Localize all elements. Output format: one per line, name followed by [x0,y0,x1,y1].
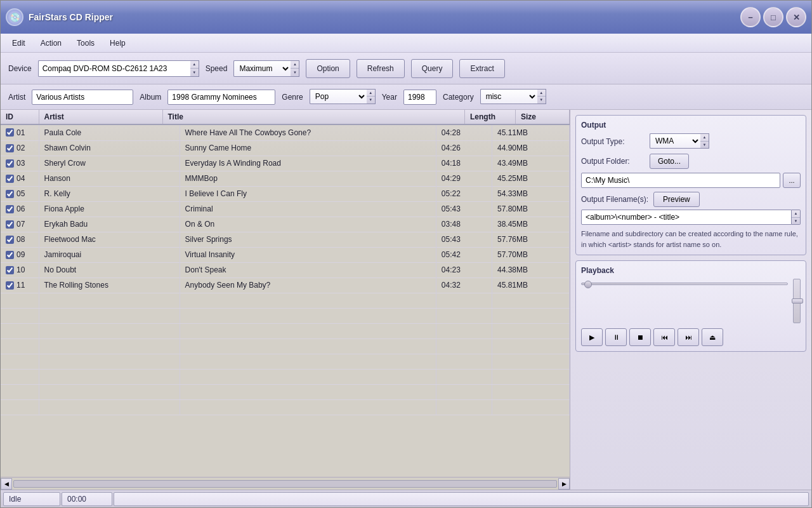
scroll-right-btn[interactable]: ▶ [558,478,570,490]
filename-up[interactable]: ▲ [792,210,800,218]
year-label: Year [382,93,397,102]
next-button[interactable]: ⏭ [678,328,699,346]
track-number: 09 [16,250,25,259]
empty-cell [492,384,570,399]
menu-help[interactable]: Help [103,37,132,50]
option-button[interactable]: Option [306,59,350,78]
table-row: 04HansonMMMBop04:2945.25MB [1,171,570,186]
col-artist: Artist [39,110,162,124]
device-spin-down[interactable]: ▼ [190,69,199,76]
scroll-track[interactable] [13,480,557,488]
folder-path-input[interactable] [581,173,780,188]
device-spin-up[interactable]: ▲ [190,61,199,69]
track-checkbox[interactable] [6,175,14,183]
track-artist: Fleetwood Mac [39,232,180,247]
output-type-select[interactable]: WMA MP3 WAV OGG [650,133,700,149]
genre-select[interactable]: Pop Rock Jazz [310,89,367,104]
pause-button[interactable]: ⏸ [605,328,627,346]
close-button[interactable]: ✕ [786,7,806,27]
scroll-left-btn[interactable]: ◀ [1,478,12,490]
track-id-cell: 11 [1,277,39,293]
artist-input[interactable] [32,90,133,105]
app-title: FairStars CD Ripper [29,12,735,22]
table-row: 11The Rolling StonesAnybody Seen My Baby… [1,277,570,293]
menu-action[interactable]: Action [34,37,68,50]
output-type-wrap: WMA MP3 WAV OGG ▲ ▼ [650,133,709,150]
track-length: 05:43 [436,232,492,247]
menu-edit[interactable]: Edit [6,37,32,50]
query-button[interactable]: Query [411,59,454,78]
filename-info-text: Filename and subdirectory can be created… [581,229,801,250]
table-row: 08Fleetwood MacSilver Springs05:4357.76M… [1,232,570,247]
track-number: 04 [16,174,25,183]
horizontal-scrollbar: ◀ ▶ [1,477,570,490]
year-input[interactable] [403,90,436,105]
eject-button[interactable]: ⏏ [702,328,723,346]
track-title: MMMBop [180,171,436,186]
browse-button[interactable]: ... [783,173,801,188]
empty-cell [39,293,180,308]
output-type-down[interactable]: ▼ [700,142,709,149]
track-checkbox[interactable] [6,251,14,259]
track-checkbox[interactable] [6,128,14,137]
output-panel: Output Output Type: WMA MP3 WAV OGG ▲ ▼ [570,110,811,490]
genre-spin-down[interactable]: ▼ [367,97,375,104]
track-size: 54.33MB [492,186,570,201]
track-title: Everyday Is A Winding Road [180,156,436,171]
track-checkbox[interactable] [6,220,14,229]
speed-spin-up[interactable]: ▲ [291,61,299,69]
track-size: 45.81MB [492,277,570,293]
extract-button[interactable]: Extract [459,59,504,78]
track-checkbox[interactable] [6,236,14,244]
genre-spin-up[interactable]: ▲ [367,90,375,97]
track-title: I Believe I Can Fly [180,186,436,201]
refresh-button[interactable]: Refresh [357,59,405,78]
album-input[interactable] [167,90,275,105]
empty-cell [39,323,180,338]
prev-button[interactable]: ⏮ [653,328,675,346]
track-checkbox[interactable] [6,159,14,168]
title-bar: 💿 FairStars CD Ripper − □ ✕ [1,1,811,34]
empty-cell [436,384,492,399]
maximize-button[interactable]: □ [763,7,783,27]
volume-slider[interactable] [793,279,801,323]
track-artist: Fiona Apple [39,201,180,217]
track-checkbox[interactable] [6,190,14,198]
filename-down[interactable]: ▼ [792,218,800,225]
empty-cell [180,338,436,354]
track-size: 57.80MB [492,201,570,217]
empty-cell [492,338,570,354]
track-checkbox[interactable] [6,266,14,274]
speed-select[interactable]: Maximum 1x 2x 4x [233,60,291,77]
goto-button[interactable]: Goto... [650,154,689,169]
output-type-up[interactable]: ▲ [700,134,709,142]
menu-tools[interactable]: Tools [70,37,101,50]
category-spin-up[interactable]: ▲ [537,90,546,97]
empty-row [1,354,570,369]
device-input[interactable] [38,60,190,77]
filename-spin-arrows: ▲ ▼ [792,210,801,225]
playback-progress-slider[interactable] [581,283,788,285]
preview-button[interactable]: Preview [653,192,700,207]
minimize-button[interactable]: − [740,7,761,27]
empty-row [1,384,570,399]
track-checkbox[interactable] [6,205,14,213]
filename-pattern-input[interactable] [581,210,792,225]
track-length: 04:18 [436,156,492,171]
track-id-cell: 02 [1,140,39,156]
track-table-scroll[interactable]: 01Paula ColeWhere Have All The Cowboys G… [1,125,570,477]
track-length: 04:32 [436,277,492,293]
category-select[interactable]: misc album single [480,89,537,104]
speed-spin-down[interactable]: ▼ [291,69,299,76]
empty-cell [1,308,39,323]
track-number: 10 [16,265,25,274]
track-checkbox[interactable] [6,144,14,152]
stop-button[interactable]: ⏹ [629,328,651,346]
track-artist: Paula Cole [39,125,180,140]
category-spin-down[interactable]: ▼ [537,97,546,104]
empty-cell [39,369,180,384]
status-time: 00:00 [62,492,112,506]
track-checkbox[interactable] [6,281,14,290]
play-button[interactable]: ▶ [581,328,603,346]
empty-cell [1,293,39,308]
